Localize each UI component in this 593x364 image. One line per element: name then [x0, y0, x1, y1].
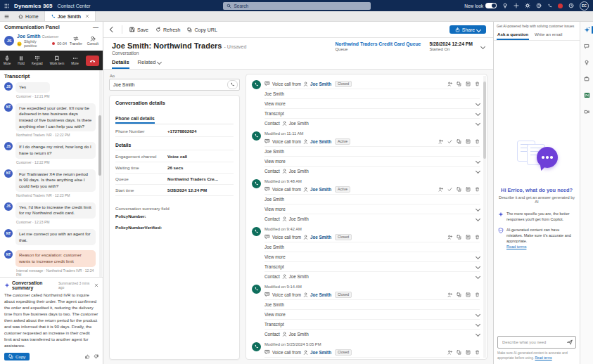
open-record-icon[interactable]: [466, 235, 471, 240]
delete-icon[interactable]: [475, 139, 480, 144]
contact-link[interactable]: Joe Smith: [289, 169, 309, 174]
assign-icon[interactable]: [447, 292, 452, 297]
contact-link[interactable]: Joe Smith: [289, 121, 309, 126]
header-expand-icon[interactable]: [480, 44, 485, 48]
copy-icon[interactable]: [457, 187, 461, 192]
view-more-row[interactable]: View more: [264, 204, 480, 214]
new-look-toggle[interactable]: New look: [464, 3, 497, 8]
back-icon[interactable]: [110, 27, 115, 32]
contact-link[interactable]: Joe Smith: [310, 187, 331, 192]
history-icon[interactable]: [568, 3, 574, 8]
tab-joe-smith[interactable]: Joe Smith: [44, 11, 96, 21]
close-tab-icon[interactable]: [85, 14, 89, 18]
contact-link[interactable]: Joe Smith: [289, 216, 309, 221]
view-more-row[interactable]: View more: [264, 252, 480, 261]
work-item-button[interactable]: Work item: [50, 56, 65, 65]
copy-icon[interactable]: [457, 82, 461, 86]
send-icon[interactable]: [567, 339, 573, 345]
copilot-icon[interactable]: [580, 27, 593, 33]
contact-link[interactable]: Joe Smith: [289, 274, 309, 279]
transfer-button[interactable]: Transfer: [70, 36, 82, 46]
tab-related[interactable]: Related: [138, 57, 162, 69]
contact-row[interactable]: ContactJoe Smith: [264, 118, 480, 128]
contact-link[interactable]: Joe Smith: [310, 292, 331, 297]
dialer-phone-icon[interactable]: [547, 4, 552, 8]
delete-icon[interactable]: [475, 187, 480, 192]
copy-summary-button[interactable]: Copy: [4, 353, 30, 360]
knowledge-search-icon[interactable]: [580, 76, 593, 82]
minimize-panel-icon[interactable]: —: [93, 24, 98, 30]
transcript-scrollbar[interactable]: [99, 70, 102, 277]
copy-icon[interactable]: [457, 292, 461, 297]
queue-link[interactable]: Northwind Traders Credit Card Queue: [335, 41, 421, 46]
open-record-icon[interactable]: [466, 82, 471, 86]
thumbs-down-icon[interactable]: [94, 354, 98, 359]
more-button[interactable]: More: [71, 56, 78, 65]
presence-busy-dot[interactable]: [558, 4, 563, 8]
delete-icon[interactable]: [475, 350, 480, 355]
quick-create-icon[interactable]: [514, 3, 519, 8]
assign-icon[interactable]: [447, 235, 452, 240]
save-button[interactable]: Save: [129, 27, 148, 32]
transcript-row[interactable]: Transcript: [264, 319, 480, 329]
copy-url-button[interactable]: Copy URL: [187, 27, 217, 32]
contact-row[interactable]: ContactJoe Smith: [264, 329, 480, 339]
tab-write-an-email[interactable]: Write an email: [534, 30, 563, 40]
assign-icon[interactable]: [438, 139, 443, 144]
delete-icon[interactable]: [475, 235, 480, 240]
transcript-row[interactable]: Transcript: [264, 261, 480, 271]
delete-icon[interactable]: [475, 292, 480, 297]
open-record-icon[interactable]: [466, 139, 471, 144]
mute-button[interactable]: Mute: [4, 56, 11, 65]
tab-details[interactable]: Details: [112, 57, 129, 69]
open-record-icon[interactable]: [466, 292, 471, 297]
global-search[interactable]: Search: [223, 2, 371, 10]
phone-call-details-tab[interactable]: Phone call details: [115, 116, 155, 124]
contact-link[interactable]: Joe Smith: [310, 235, 331, 240]
contact-link[interactable]: Joe Smith: [310, 82, 331, 86]
mark-complete-icon[interactable]: [447, 139, 452, 144]
customer-name[interactable]: Joe SmithCustomer: [17, 34, 67, 39]
contact-row[interactable]: ContactJoe Smith: [264, 166, 480, 176]
copy-icon[interactable]: [457, 350, 461, 355]
read-terms-link[interactable]: Read terms: [535, 356, 551, 360]
assign-icon[interactable]: [438, 187, 443, 192]
read-terms-link[interactable]: Read terms: [506, 245, 526, 249]
thumbs-up-icon[interactable]: [85, 354, 90, 359]
call-button[interactable]: [227, 80, 238, 89]
customer-lookup-field[interactable]: Joe Smith: [109, 79, 240, 91]
contact-link[interactable]: Joe Smith: [310, 139, 331, 144]
user-avatar[interactable]: EC: [580, 1, 589, 11]
onenote-icon[interactable]: [580, 92, 593, 98]
app-launcher-icon[interactable]: [4, 4, 9, 8]
contact-row[interactable]: ContactJoe Smith: [264, 271, 480, 281]
assign-icon[interactable]: [447, 350, 452, 355]
tab-ask-a-question[interactable]: Ask a question: [497, 30, 529, 40]
hold-button[interactable]: Hold: [18, 56, 24, 65]
copilot-prompt-box[interactable]: [497, 336, 576, 349]
tab-home[interactable]: Home: [13, 11, 44, 21]
contact-row[interactable]: ContactJoe Smith: [264, 214, 480, 223]
session-menu-icon[interactable]: [4, 14, 9, 19]
agent-scripts-icon[interactable]: [580, 44, 593, 49]
open-record-icon[interactable]: [466, 187, 471, 192]
end-call-button[interactable]: [86, 56, 99, 66]
transcript-row[interactable]: Transcript: [264, 108, 480, 118]
timeline-scrollbar[interactable]: [483, 76, 486, 358]
refresh-button[interactable]: Refresh: [155, 27, 181, 32]
copy-icon[interactable]: [457, 235, 461, 240]
close-summary-icon[interactable]: [94, 283, 98, 287]
open-record-icon[interactable]: [466, 350, 471, 355]
consult-button[interactable]: Consult: [87, 36, 98, 46]
toggle-switch[interactable]: [485, 3, 497, 8]
help-icon[interactable]: [536, 3, 542, 8]
contact-link[interactable]: Joe Smith: [310, 350, 331, 355]
media-icon[interactable]: [580, 109, 593, 115]
copy-icon[interactable]: [457, 139, 461, 144]
view-more-row[interactable]: View more: [264, 156, 480, 166]
copilot-prompt-input[interactable]: [501, 339, 567, 345]
lightbulb-icon[interactable]: [502, 3, 508, 8]
mark-complete-icon[interactable]: [447, 187, 452, 192]
knowledge-suggestions-icon[interactable]: [580, 60, 593, 65]
view-more-row[interactable]: View more: [264, 309, 480, 319]
